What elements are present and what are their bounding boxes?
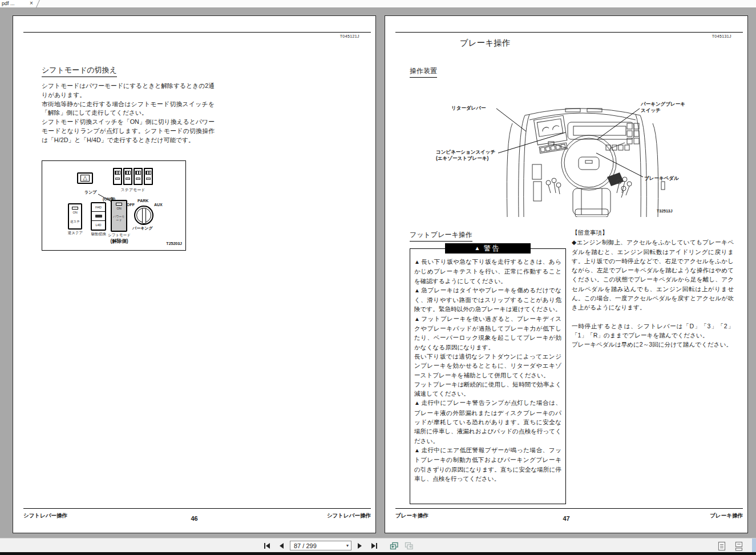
release-side-label: (解除側)	[104, 238, 135, 245]
shift-mode-switch-icon: ON パワーモード	[111, 200, 127, 232]
header-rule	[23, 32, 371, 33]
doc-code: T045131J	[712, 34, 731, 38]
notes-header: 【留意事項】	[572, 228, 734, 237]
page-number: 47	[385, 515, 747, 522]
tab-bar: pdf ... ×	[0, 0, 756, 7]
steer-mode-switch-icon	[123, 168, 132, 185]
single-page-view-button[interactable]	[716, 540, 727, 552]
figure-code: T25203J	[166, 242, 182, 246]
warning-body: ▲長い下り坂や急な下り坂を走行するときは、あらかじめブレーキテストを行い、正常に…	[410, 249, 565, 504]
dropdown-caret-icon[interactable]: ▾	[346, 543, 351, 548]
view-history-buttons	[389, 540, 415, 552]
first-page-button[interactable]	[261, 540, 273, 552]
header-rule	[395, 32, 743, 33]
page-navigation: 87 / 299 ▾	[261, 538, 415, 553]
parking-rotary-switch-icon	[134, 206, 153, 225]
section-heading: 操作装置	[410, 66, 437, 78]
reverse-steer-label: 逆ステア	[63, 231, 88, 236]
notes-column: 【留意事項】 ◆エンジン制御上、アクセルをふかしていてもブレーキペダルを踏むと、…	[572, 228, 734, 349]
figure-code: T32513J	[657, 209, 673, 213]
truck-icon	[95, 215, 102, 218]
doc-code: T045121J	[340, 34, 359, 38]
paragraph: 市街地等静かに走行する場合はシフトモード切換スイッチを「解除」側にして走行してく…	[42, 100, 215, 118]
footer-rule	[23, 508, 371, 509]
paragraph: シフトモードはパワーモードにするときと解除するときの2通りがあります。	[42, 82, 215, 100]
combination-switch-label: コンビネーションスイッチ (エキゾーストブレーキ)	[436, 149, 495, 162]
pdf-tab[interactable]: pdf ... ×	[0, 0, 37, 7]
parking-brake-switch-label: パーキングブレーキ スイッチ	[641, 101, 685, 114]
rotary-aux-label: AUX	[154, 203, 163, 207]
page-number-input[interactable]: 87 / 299 ▾	[290, 541, 351, 550]
footer-section: シフトレバー操作	[327, 512, 371, 520]
warning-box: ▲ 警告 ▲長い下り坂や急な下り坂を走行するときは、あらかじめブレーキテストを行…	[410, 248, 566, 504]
pdf-toolbar: 87 / 299 ▾	[0, 538, 756, 552]
close-icon[interactable]: ×	[30, 0, 33, 6]
tab-title: pdf ...	[2, 1, 15, 6]
hazard-switch-icon: △	[77, 172, 93, 184]
section-heading: フットブレーキ操作	[410, 230, 472, 242]
body-text: シフトモードはパワーモードにするときと解除するときの2通りがあります。 市街地等…	[42, 82, 215, 145]
next-view-button[interactable]	[403, 540, 415, 552]
previous-page-button[interactable]	[276, 540, 287, 552]
footer-rule	[395, 508, 743, 509]
rotary-off-label: OFF	[127, 203, 135, 207]
switch-panel-figure: △ ステアモード ランプ (ON側) ON 逆ステ H4D L4D	[42, 160, 186, 251]
previous-view-button[interactable]	[389, 540, 400, 552]
paragraph: シフトモード切換スイッチを「ON」側に切り換えるとパワーモードとなりランプが点灯…	[42, 118, 215, 144]
scrollbar-thumb[interactable]	[752, 538, 756, 553]
page-47: T045131J ブレーキ操作 操作装置	[385, 15, 748, 533]
page-46: T045121J シフトモードの切換え シフトモードはパワーモードにするときと解…	[13, 15, 376, 533]
lamp-label: ランプ	[84, 190, 97, 195]
section-heading: シフトモードの切換え	[42, 65, 117, 77]
steer-mode-switch-icon	[144, 168, 153, 185]
bottom-edge-strip	[0, 552, 756, 555]
lamp-indicator	[116, 203, 122, 206]
steer-mode-switch-icon	[134, 168, 143, 185]
rotary-park-label: PARK	[138, 199, 148, 203]
note-paragraph: ◆エンジン制御上、アクセルをふかしていてもブレーキペダルを踏むと、エンジン回転数…	[572, 238, 734, 312]
steer-mode-switch-cluster	[113, 168, 153, 185]
drive-select-switch-icon: H4D L4D	[91, 202, 106, 231]
footer-section: ブレーキ操作	[710, 512, 743, 520]
shift-mode-label: シフトモード	[105, 233, 134, 238]
steer-mode-label: ステアモード	[113, 187, 153, 193]
retarder-lever-label: リターダレバー	[451, 105, 486, 112]
page-layout-buttons	[716, 540, 745, 552]
parking-label: パーキング	[132, 226, 153, 231]
pdf-canvas: T045121J シフトモードの切換え シフトモードはパワーモードにするときと解…	[0, 7, 756, 538]
page-number: 46	[13, 515, 375, 522]
scrolling-page-view-button[interactable]	[733, 540, 745, 552]
chapter-title: ブレーキ操作	[460, 38, 510, 49]
reverse-steer-switch-icon: ON 逆ステ	[68, 203, 82, 230]
next-page-button[interactable]	[354, 540, 366, 552]
note-paragraph: 一時停止するときは、シフトレバーは「D」「3」「2」「1」「R」のままでブレーキ…	[572, 321, 734, 340]
steer-mode-switch-icon	[113, 168, 122, 185]
brake-pedal-label: ブレーキペダル	[644, 175, 679, 182]
last-page-button[interactable]	[369, 540, 380, 552]
note-paragraph: ブレーキペダルは早めに2～3回に分けて踏んでください。	[572, 340, 734, 349]
